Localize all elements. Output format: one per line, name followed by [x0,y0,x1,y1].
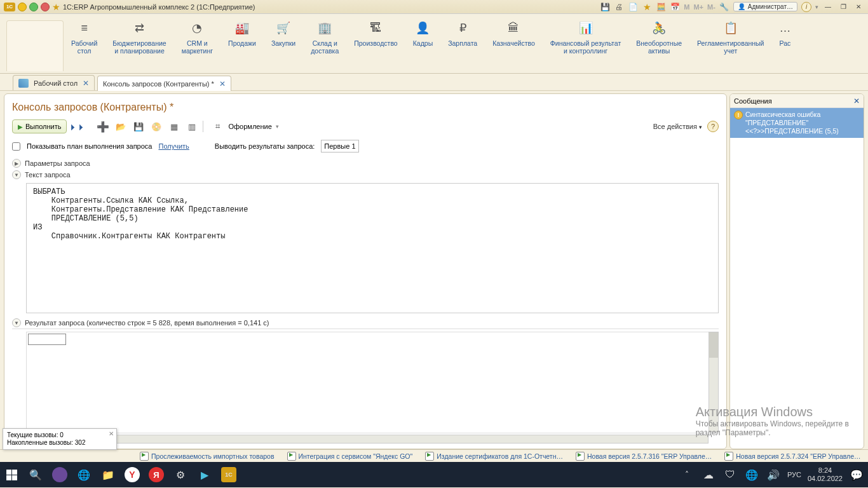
add-icon[interactable]: ➕ [96,119,110,133]
query-text-input[interactable]: ВЫБРАТЬ Контрагенты.Ссылка КАК Ссылка, К… [26,183,719,313]
menu-item-6[interactable]: 🏗Производство [346,20,405,73]
wrench-icon[interactable]: 🔧 [719,2,729,12]
menu-item-11[interactable]: 🚴Внеоборотные активы [628,20,689,73]
m-btn-3[interactable]: M- [707,3,715,11]
main-panel: Консоль запросов (Контрагенты) * Выполни… [4,93,727,449]
result-cell[interactable] [28,334,66,345]
messages-close-icon[interactable]: ✕ [853,97,860,105]
edge-icon[interactable]: 🌐 [76,467,92,482]
m-btn-1[interactable]: M [684,3,689,11]
network-icon[interactable]: 🌐 [744,467,759,482]
toolbar: Выполнить ⏵⏵ ➕ 📂 💾 📀 ▦ ▥ ⌗ Оформление ▾ … [12,118,719,140]
menu-label: Рас [780,39,791,47]
menu-item-10[interactable]: 📊Финансовый результат и контроллинг [543,20,628,73]
ya-icon[interactable]: Я [149,467,164,482]
menu-item-7[interactable]: 👤Кадры [405,20,440,73]
status-link-1[interactable]: Интеграция с сервисом "Яндекс GO" [287,452,413,461]
notifications-icon[interactable]: 💬 [849,467,864,482]
minimize-icon[interactable]: — [822,3,834,11]
query-section-toggle[interactable]: ▼ Текст запроса [12,169,719,180]
save-icon[interactable]: 💾 [600,2,610,12]
menu-icon: 📊 [579,20,593,36]
grid-icon[interactable]: ▥ [185,119,199,133]
params-section-toggle[interactable]: ▶ Параметры запроса [12,158,719,169]
menu-item-4[interactable]: 🛒Закупки [264,20,303,73]
result-section-toggle[interactable]: ▼ Результат запроса (количество строк = … [12,317,719,329]
user-button[interactable]: 👤 Администрат… [733,2,797,11]
help-icon[interactable]: ? [707,121,719,132]
menu-icon: 📋 [724,20,738,36]
tray-up-icon[interactable]: ˄ [679,467,695,482]
menu-item-13[interactable]: …Рас [771,20,798,73]
window-button-green[interactable] [29,3,38,11]
menu-item-3[interactable]: 🏭Продажи [220,20,264,73]
window-button-yellow[interactable] [18,3,27,11]
browser1-icon[interactable] [52,467,67,482]
saveas-icon[interactable]: 📀 [149,119,163,133]
horizontal-scrollbar[interactable] [26,435,709,444]
table-icon[interactable]: ▦ [167,119,181,133]
status-link-2[interactable]: Издание сертификатов для 1С-Отчетн… [425,452,563,461]
menu-item-1[interactable]: ⇄Бюджетирование и планирование [105,20,173,73]
menu-item-9[interactable]: 🏛Казначейство [485,20,543,73]
options-row: Показывать план выполнения запроса Получ… [12,140,719,158]
status-link-3[interactable]: Новая версия 2.5.7.316 "ERP Управле… [576,452,712,461]
cloud-icon[interactable]: ☁ [701,467,716,482]
output-limit-input[interactable] [321,140,359,152]
menu-item-0[interactable]: ≡Рабочий стол [64,20,105,73]
clock[interactable]: 8:24 04.02.2022 [808,466,843,483]
maximize-icon[interactable]: ❐ [837,3,849,11]
m-btn-2[interactable]: M+ [693,3,703,11]
menu-label: Внеоборотные активы [636,39,682,55]
yandex-icon[interactable]: Y [125,467,140,482]
format-icon[interactable]: ⌗ [210,119,224,133]
menu-icon: ≡ [81,20,88,36]
message-item[interactable]: ! Синтаксическая ошибка "ПРЕДСТАВЛЕНИЕ" … [730,108,864,138]
search-icon[interactable]: 🔍 [28,467,43,482]
movies-icon[interactable]: ▶ [197,467,212,482]
explorer-icon[interactable]: 📁 [100,467,116,482]
messages-panel: Сообщения ✕ ! Синтаксическая ошибка "ПРЕ… [729,93,864,449]
language-indicator[interactable]: РУС [787,471,801,478]
save-query-icon[interactable]: 💾 [132,119,146,133]
info-icon[interactable]: i [801,2,811,12]
get-link[interactable]: Получить [158,142,189,150]
favorite-icon[interactable]: ★ [52,2,60,12]
status-doc-icon [576,452,585,461]
status-link-0[interactable]: Прослеживаемость импортных товаров [140,452,275,461]
menu-item-5[interactable]: 🏢Склад и доставка [303,20,346,73]
1c-taskbar-icon[interactable]: 1C [221,467,236,482]
statusbar: Прослеживаемость импортных товаровИнтегр… [0,449,868,462]
close-icon[interactable]: ✕ [853,3,864,11]
volume-icon[interactable]: 🔊 [766,467,781,482]
execute-button[interactable]: Выполнить [12,119,67,133]
tab-desktop[interactable]: Рабочий стол ✕ [13,75,95,90]
result-grid[interactable] [26,332,719,433]
doc-icon[interactable]: 📄 [628,2,638,12]
tab-active-close-icon[interactable]: ✕ [219,79,226,88]
calc-icon[interactable]: 🧮 [656,2,666,12]
print-icon[interactable]: 🖨 [614,2,624,12]
tab-query-console[interactable]: Консоль запросов (Контрагенты) * ✕ [97,76,231,91]
status-link-4[interactable]: Новая версия 2.5.7.324 "ERP Управле… [724,452,860,461]
format-label[interactable]: Оформление [228,123,271,130]
menu-item-8[interactable]: ₽Зарплата [440,20,485,73]
main-menu: ≡Рабочий стол⇄Бюджетирование и планирова… [0,14,868,74]
menu-item-2[interactable]: ◔CRM и маркетинг [174,20,220,73]
menu-label: Зарплата [448,39,477,47]
menu-item-12[interactable]: 📋Регламентированный учет [689,20,771,73]
show-plan-checkbox[interactable] [12,142,20,151]
settings-icon[interactable]: ⚙ [173,467,188,482]
calendar-icon[interactable]: 📅 [670,2,680,12]
tab-desktop-close-icon[interactable]: ✕ [83,79,89,88]
all-actions-button[interactable]: Все действия ▾ [653,123,702,130]
tooltip-close-icon[interactable]: ✕ [109,430,114,438]
step-icon[interactable]: ⏵⏵ [71,119,85,133]
window-button-red[interactable] [41,3,50,11]
vertical-scrollbar[interactable] [709,332,719,432]
format-dropdown-icon[interactable]: ▾ [276,123,279,130]
security-icon[interactable]: 🛡 [722,467,738,482]
start-button[interactable] [4,467,19,482]
open-icon[interactable]: 📂 [114,119,128,133]
star-icon[interactable]: ★ [642,2,652,12]
